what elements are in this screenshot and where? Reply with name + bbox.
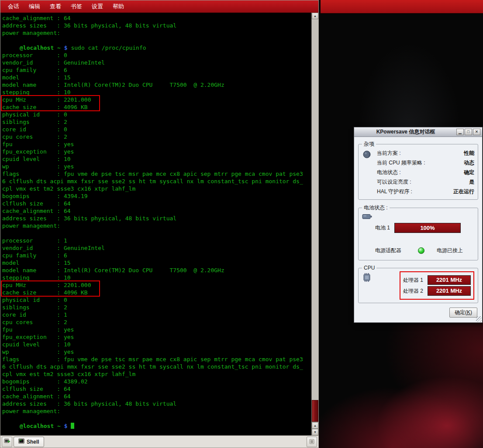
redacted-username <box>2 45 20 51</box>
terminal-line: wp : yes <box>2 163 311 170</box>
processor-label: 处理器 1 <box>403 277 428 284</box>
terminal-line: address sizes : 36 bits physical, 48 bit… <box>2 22 311 29</box>
tab-label: Shell <box>27 439 39 445</box>
terminal-line: cache_alignment : 64 <box>2 207 311 215</box>
terminal-line: fpu_exception : yes <box>2 333 311 341</box>
terminal-line: cpu cores : 2 <box>2 318 311 326</box>
misc-value: 确定 <box>464 168 474 177</box>
new-session-icon <box>4 438 10 446</box>
ok-button[interactable]: 确定(K) <box>449 308 477 318</box>
terminal-menubar: 会话编辑查看书签设置帮助 <box>0 0 318 13</box>
terminal-line: flags : fpu vme de pse tsc msr pae mce c… <box>2 170 311 178</box>
terminal-line: stepping : 10 <box>2 89 311 96</box>
terminal-screen[interactable]: cache_alignment : 64address sizes : 36 b… <box>0 13 311 435</box>
terminal-line: cpu MHz : 2201.000 <box>2 96 311 103</box>
terminal-line: power management: <box>2 407 311 415</box>
processor-row: 处理器 12201 MHz <box>403 275 471 285</box>
adapter-label: 电源适配器 <box>375 247 401 254</box>
terminal-line: fpu : yes <box>2 326 311 333</box>
battery-percent: 100% <box>420 225 435 231</box>
tab-shell[interactable]: Shell <box>14 437 44 447</box>
terminal-cursor <box>71 423 74 429</box>
terminal-line: power management: <box>2 222 311 229</box>
dialog-body: 杂项 当前方案 :性能当前 CPU 频率策略 :动态电池状态 :确定可以设定亮度… <box>354 137 482 322</box>
scroll-track[interactable] <box>312 19 318 422</box>
menu-item-edit[interactable]: 编辑 <box>24 0 45 13</box>
terminal-line: cache_alignment : 64 <box>2 393 311 400</box>
terminal-line: siblings : 2 <box>2 304 311 311</box>
terminal-line: address sizes : 36 bits physical, 48 bit… <box>2 400 311 407</box>
terminal-line: cpu cores : 2 <box>2 133 311 140</box>
menu-item-view[interactable]: 查看 <box>45 0 66 13</box>
misc-label: 可以设定亮度 : <box>377 177 411 187</box>
terminal-line: core id : 0 <box>2 126 311 133</box>
misc-group-title: 杂项 <box>362 140 376 148</box>
scroll-thumb[interactable] <box>312 400 318 422</box>
battery-label: 电池 1 <box>375 224 390 232</box>
close-button[interactable]: ✕ <box>473 129 480 135</box>
misc-label: 当前方案 : <box>377 148 401 158</box>
terminal-line: cache size : 4096 KB <box>2 289 311 296</box>
terminal-line: bogomips : 4389.02 <box>2 378 311 385</box>
misc-row: HAL 守护程序 :正在运行 <box>377 187 474 196</box>
terminal-line: cpuid level : 10 <box>2 341 311 348</box>
terminal-scrollbar[interactable]: ▲ ▲ ▼ <box>311 13 318 435</box>
terminal-line: model name : Intel(R) Core(TM)2 Duo CPU … <box>2 81 311 89</box>
adapter-status: 电源已接上 <box>437 247 463 254</box>
terminal-line: processor : 1 <box>2 237 311 244</box>
terminal-window: 会话编辑查看书签设置帮助 cache_alignment : 64address… <box>0 0 319 448</box>
cpu-icon <box>362 271 374 284</box>
terminal-line: cache size : 4096 KB <box>2 103 311 111</box>
terminal-line: model : 15 <box>2 259 311 267</box>
adapter-row: 电源适配器 电源已接上 <box>375 247 473 254</box>
terminal-line: vendor_id : GenuineIntel <box>2 244 311 252</box>
battery-row: 电池 1 100% <box>362 223 474 233</box>
terminal-line: cpl vmx est tm2 ssse3 cx16 xtpr lahf_lm <box>2 370 311 378</box>
terminal-line: cpu MHz : 2201.000 <box>2 281 311 289</box>
misc-value: 性能 <box>464 148 474 158</box>
cpu-group-title: CPU <box>362 265 376 271</box>
desktop: 会话编辑查看书签设置帮助 cache_alignment : 64address… <box>0 0 483 448</box>
processor-row: 处理器 22201 MHz <box>403 286 471 296</box>
terminal-line <box>2 229 311 237</box>
minimize-button[interactable]: ▁ <box>456 129 464 135</box>
scroll-up-button-2[interactable]: ▲ <box>312 422 318 429</box>
terminal-line: wp : yes <box>2 348 311 356</box>
terminal-line: @localhost ~ $ <box>2 422 311 430</box>
battery-icon <box>362 212 474 221</box>
terminal-line: cpu family : 6 <box>2 66 311 74</box>
processor-frequency-bar: 2201 MHz <box>428 275 471 285</box>
new-session-button[interactable] <box>2 437 12 447</box>
scroll-down-button[interactable]: ▼ <box>312 429 318 435</box>
menu-item-settings[interactable]: 设置 <box>87 0 108 13</box>
terminal-line: siblings : 2 <box>2 118 311 126</box>
terminal-line: processor : 0 <box>2 51 311 59</box>
misc-label: 电池状态 : <box>377 168 401 177</box>
terminal-line: model name : Intel(R) Core(TM)2 Duo CPU … <box>2 267 311 274</box>
terminal-body: cache_alignment : 64address sizes : 36 b… <box>0 13 318 435</box>
prompt-host: @localhost ~ <box>20 44 61 51</box>
terminal-line: power management: <box>2 29 311 37</box>
menu-item-session[interactable]: 会话 <box>3 0 24 13</box>
terminal-line: stepping : 10 <box>2 274 311 281</box>
terminal-line: physical id : 0 <box>2 296 311 304</box>
battery-group: 电池状态 : 电池 1 100% 电源适配器 电源已接上 <box>358 204 478 260</box>
redacted-username <box>2 424 20 429</box>
scroll-up-button[interactable]: ▲ <box>312 13 318 19</box>
menu-item-bookmarks[interactable]: 书签 <box>66 0 87 13</box>
dialog-titlebar[interactable]: KPowersave 信息对话框 ▁ □ ✕ <box>354 127 482 137</box>
terminal-line: vendor_id : GenuineIntel <box>2 59 311 66</box>
terminal-line: 6 clflush dts acpi mmx fxsr sse sse2 ss … <box>2 363 311 370</box>
maximize-button[interactable]: □ <box>465 129 472 135</box>
session-list-button[interactable] <box>307 437 317 447</box>
kpowersave-icon <box>362 148 374 161</box>
battery-group-title: 电池状态 : <box>362 204 390 212</box>
adapter-led-icon <box>418 247 424 254</box>
misc-row: 当前 CPU 频率策略 :动态 <box>377 158 474 168</box>
terminal-line: clflush size : 64 <box>2 385 311 393</box>
cpu-highlight-annotation: 处理器 12201 MHz处理器 22201 MHz <box>400 271 474 300</box>
kpowersave-dialog: KPowersave 信息对话框 ▁ □ ✕ 杂项 当前方案 :性能当前 CPU… <box>354 127 483 323</box>
menu-item-help[interactable]: 帮助 <box>108 0 129 13</box>
resize-grip[interactable] <box>476 316 482 322</box>
terminal-line: clflush size : 64 <box>2 200 311 207</box>
